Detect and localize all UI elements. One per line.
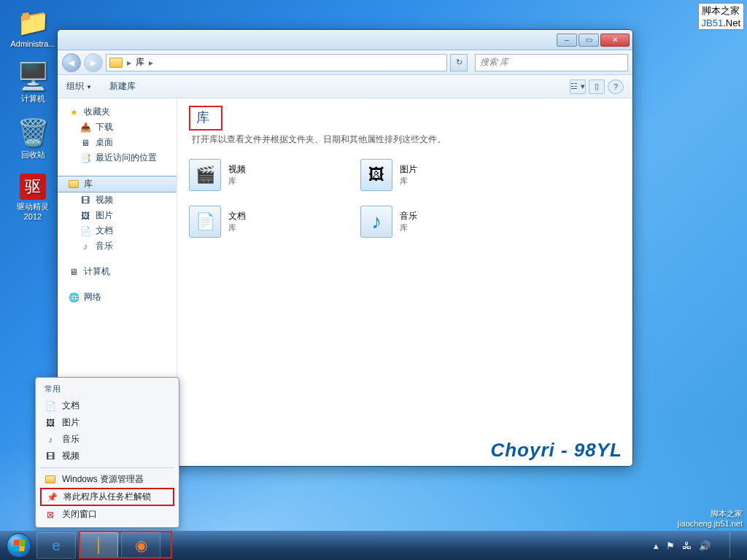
folder-user-icon: 📁 — [7, 7, 58, 38]
search-input[interactable]: 搜索 库 — [475, 54, 628, 71]
document-icon: 📄 — [44, 401, 56, 411]
recent-icon: 📑 — [80, 153, 91, 163]
heading-highlight: 库 — [189, 106, 222, 131]
system-tray: ▴ ⚑ 🖧 🔊 — [654, 532, 743, 559]
network-icon: 🌐 — [68, 292, 80, 303]
new-library-button[interactable]: 新建库 — [109, 80, 136, 93]
desktop-icons: 📁Administra... 🖥️计算机 🗑️回收站 驱驱动精灵 2012 — [7, 7, 58, 234]
taskbar-explorer[interactable] — [79, 532, 118, 559]
recycle-bin-icon: 🗑️ — [7, 117, 58, 148]
library-item-pictures[interactable]: 🖼 图片库 — [360, 159, 532, 191]
titlebar[interactable]: – ▭ ✕ — [58, 30, 632, 50]
music-icon: ♪ — [44, 435, 56, 445]
jumplist-documents[interactable]: 📄文档 — [39, 397, 176, 414]
sidebar-libraries[interactable]: 库 — [58, 176, 177, 192]
brand-watermark: Choyri - 98YL — [490, 439, 622, 462]
refresh-button[interactable]: ↻ — [450, 54, 468, 71]
library-item-music[interactable]: ♪ 音乐库 — [360, 206, 532, 238]
pictures-library-icon: 🖼 — [360, 159, 392, 191]
tray-flag-icon[interactable]: ⚑ — [666, 540, 675, 551]
watermark-top: 脚本之家 JB51.Net — [698, 3, 744, 30]
close-icon: ⊠ — [44, 510, 56, 520]
page-heading: 库 — [196, 109, 209, 126]
jumplist-video[interactable]: 🎞视频 — [39, 448, 176, 464]
maximize-button[interactable]: ▭ — [578, 34, 599, 47]
sidebar-computer[interactable]: 🖥计算机 — [58, 264, 177, 279]
back-button[interactable]: ◄ — [62, 53, 81, 72]
taskbar-mediaplayer[interactable]: ◉ — [121, 532, 160, 559]
video-library-icon: 🎬 — [189, 159, 221, 191]
explorer-icon — [44, 475, 56, 483]
close-button[interactable]: ✕ — [600, 34, 630, 47]
ie-icon: e — [52, 537, 60, 554]
folder-icon — [109, 58, 123, 68]
library-icon — [68, 179, 80, 190]
sidebar-downloads[interactable]: 📥下载 — [58, 120, 177, 135]
media-player-icon: ◉ — [135, 537, 147, 554]
library-item-documents[interactable]: 📄 文档库 — [189, 206, 360, 238]
watermark-bottom: 脚本之家 jiaocheng.jb51.net — [678, 508, 743, 528]
sidebar-recent[interactable]: 📑最近访问的位置 — [58, 150, 177, 166]
address-bar[interactable]: ▸ 库 ▸ — [106, 54, 447, 71]
video-icon: 🎞 — [44, 451, 56, 462]
view-options-button[interactable]: ☳ ▾ — [570, 79, 586, 94]
help-button[interactable]: ? — [608, 79, 624, 94]
sidebar-pictures[interactable]: 🖼图片 — [58, 208, 177, 223]
video-icon: 🎞 — [80, 195, 91, 206]
toolbar: 组织▼ 新建库 ☳ ▾ ▯ ? — [58, 75, 632, 98]
start-button[interactable] — [4, 531, 34, 560]
nav-bar: ◄ ► ▸ 库 ▸ ↻ 搜索 库 — [58, 50, 632, 75]
tray-volume-icon[interactable]: 🔊 — [699, 540, 711, 551]
desktop-icon: 🖥 — [80, 138, 91, 148]
computer-icon: 🖥️ — [7, 61, 58, 92]
driver-app-icon: 驱 — [20, 174, 46, 200]
music-icon: ♪ — [80, 241, 91, 252]
sidebar-desktop[interactable]: 🖥桌面 — [58, 135, 177, 150]
content-pane: 库 打开库以查看文件并根据文件夹、日期和其他属性排列这些文件。 🎬 视频库 🖼 … — [177, 98, 632, 466]
sidebar-video[interactable]: 🎞视频 — [58, 192, 177, 208]
tray-network-icon[interactable]: 🖧 — [682, 540, 692, 551]
document-icon: 📄 — [80, 226, 91, 236]
tray-chevron-icon[interactable]: ▴ — [654, 540, 659, 551]
desktop-icon-driver[interactable]: 驱驱动精灵 2012 — [7, 174, 58, 221]
show-desktop-button[interactable] — [729, 532, 738, 559]
music-library-icon: ♪ — [360, 206, 392, 238]
desktop-icon-user[interactable]: 📁Administra... — [7, 7, 58, 48]
jumplist-unpin[interactable]: 📌将此程序从任务栏解锁 — [40, 488, 174, 506]
sidebar-music[interactable]: ♪音乐 — [58, 238, 177, 254]
computer-icon: 🖥 — [68, 267, 80, 277]
desktop-icon-recycle[interactable]: 🗑️回收站 — [7, 117, 58, 160]
documents-library-icon: 📄 — [189, 206, 221, 238]
preview-pane-button[interactable]: ▯ — [589, 79, 605, 94]
jumplist-recent-header: 常用 — [39, 382, 176, 397]
sidebar-favorites[interactable]: ★收藏夹 — [58, 104, 177, 120]
jumplist-pictures[interactable]: 🖼图片 — [39, 414, 176, 431]
star-icon: ★ — [68, 107, 80, 117]
jumplist-open-explorer[interactable]: Windows 资源管理器 — [39, 471, 176, 488]
explorer-icon — [98, 537, 99, 554]
jumplist-close-window[interactable]: ⊠关闭窗口 — [39, 506, 176, 523]
taskbar: e ◉ ▴ ⚑ 🖧 🔊 — [0, 531, 747, 560]
desktop-icon-computer[interactable]: 🖥️计算机 — [7, 61, 58, 104]
unpin-icon: 📌 — [46, 492, 58, 502]
library-item-video[interactable]: 🎬 视频库 — [189, 159, 360, 191]
sidebar-documents[interactable]: 📄文档 — [58, 223, 177, 238]
taskbar-jumplist: 常用 📄文档 🖼图片 ♪音乐 🎞视频 Windows 资源管理器 📌将此程序从任… — [35, 377, 179, 528]
picture-icon: 🖼 — [44, 418, 56, 428]
sidebar-network[interactable]: 🌐网络 — [58, 289, 177, 305]
jumplist-music[interactable]: ♪音乐 — [39, 431, 176, 448]
picture-icon: 🖼 — [80, 211, 91, 221]
download-icon: 📥 — [80, 122, 91, 133]
page-subtitle: 打开库以查看文件并根据文件夹、日期和其他属性排列这些文件。 — [192, 133, 621, 146]
forward-button[interactable]: ► — [84, 53, 103, 72]
minimize-button[interactable]: – — [557, 34, 577, 47]
taskbar-ie[interactable]: e — [36, 532, 76, 559]
organize-menu[interactable]: 组织▼ — [66, 80, 92, 93]
